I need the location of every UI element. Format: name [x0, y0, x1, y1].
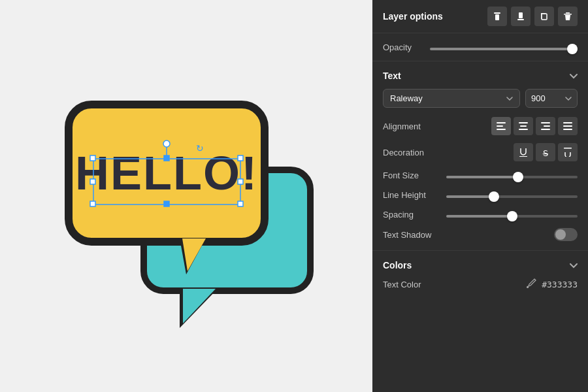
font-size-slider-container [446, 169, 578, 181]
colors-chevron-icon [570, 263, 578, 269]
delete-icon [563, 12, 572, 21]
strikethrough-icon: S̶ [541, 148, 550, 157]
font-size-row: Font Size [383, 169, 578, 181]
line-height-slider-container [446, 189, 578, 201]
svg-rect-9 [519, 12, 523, 18]
chevron-icon [506, 97, 513, 101]
svg-rect-23 [563, 122, 572, 123]
align-center-button[interactable] [514, 117, 533, 135]
opacity-slider[interactable] [430, 48, 578, 50]
text-color-controls: #333333 [526, 278, 578, 291]
font-size-label: Font Size [383, 171, 438, 180]
line-height-row: Line Height [383, 189, 578, 201]
spacing-row: Spacing [383, 208, 578, 220]
rotate-icon: ↻ [196, 143, 204, 154]
line-height-slider[interactable] [446, 195, 578, 198]
text-shadow-label: Text Shadow [383, 230, 435, 240]
speech-bubble-svg: HELLO! ↻ [42, 52, 330, 340]
text-color-row: Text Color #333333 [383, 278, 578, 291]
alignment-label: Alignment [383, 122, 435, 131]
text-section-toggle [570, 71, 578, 81]
layer-options-title: Layer options [383, 11, 443, 22]
align-left-button[interactable] [491, 117, 511, 135]
font-weight-select[interactable]: 900 [525, 89, 578, 108]
underline-button[interactable] [514, 143, 533, 161]
copy-button[interactable] [534, 7, 554, 26]
handle-br [238, 201, 243, 206]
svg-rect-12 [564, 14, 572, 15]
font-weight-label: 900 [531, 93, 546, 103]
svg-rect-18 [520, 125, 527, 127]
svg-rect-17 [519, 122, 528, 123]
opacity-label: Opacity [383, 42, 422, 52]
text-section-header[interactable]: Text [383, 71, 578, 81]
opacity-row: Opacity [372, 33, 588, 61]
align-top-button[interactable] [487, 7, 507, 26]
colors-section-header[interactable]: Colors [383, 260, 578, 270]
decoration-label: Decoration [383, 148, 435, 157]
svg-rect-21 [544, 125, 550, 127]
align-bottom-icon [516, 12, 525, 21]
text-shadow-knob [555, 229, 566, 240]
copy-icon [540, 12, 549, 21]
illustration: HELLO! ↻ [42, 52, 330, 340]
canvas: HELLO! ↻ [0, 0, 372, 392]
font-size-slider[interactable] [446, 176, 578, 178]
handle-tr [238, 155, 243, 161]
align-top-icon [493, 12, 502, 21]
font-weight-chevron [565, 93, 572, 103]
underline-icon [519, 148, 527, 157]
chevron-icon-2 [565, 97, 572, 101]
align-justify-icon [563, 122, 572, 130]
strikethrough-button[interactable]: S̶ [536, 143, 555, 161]
text-shadow-toggle[interactable] [554, 228, 578, 241]
layer-options-header: Layer options [372, 0, 588, 33]
font-row: Raleway 900 [383, 89, 578, 108]
right-panel: Layer options [372, 0, 588, 392]
handle-tc [164, 155, 169, 161]
svg-rect-11 [542, 14, 547, 20]
align-right-button[interactable] [536, 117, 555, 135]
font-family-chevron [506, 93, 513, 103]
font-family-select[interactable]: Raleway [383, 89, 520, 108]
svg-point-29 [527, 286, 529, 288]
colors-section-toggle [570, 260, 578, 270]
svg-rect-19 [519, 129, 528, 130]
alignment-buttons [491, 117, 578, 135]
align-bottom-button[interactable] [511, 7, 531, 26]
decoration-row: Decoration S̶ [383, 143, 578, 161]
svg-rect-24 [563, 125, 572, 127]
svg-rect-10 [517, 19, 524, 20]
overline-icon [564, 148, 572, 157]
spacing-label: Spacing [383, 210, 438, 220]
overline-button[interactable] [558, 143, 578, 161]
svg-text:S̶: S̶ [542, 148, 548, 157]
svg-rect-25 [563, 129, 572, 130]
delete-button[interactable] [558, 7, 578, 26]
font-family-label: Raleway [390, 93, 423, 103]
svg-rect-13 [566, 12, 570, 14]
handle-bc [164, 201, 169, 206]
svg-rect-26 [519, 156, 527, 157]
spacing-slider[interactable] [446, 215, 578, 218]
align-justify-button[interactable] [558, 117, 578, 135]
text-shadow-row: Text Shadow [383, 228, 578, 241]
text-section-title: Text [383, 71, 401, 81]
opacity-slider-container [430, 41, 578, 53]
text-color-label: Text Color [383, 280, 435, 289]
handle-ml [90, 179, 95, 184]
spacing-slider-container [446, 208, 578, 220]
svg-rect-28 [564, 148, 572, 149]
svg-rect-15 [497, 125, 503, 127]
colors-section-title: Colors [383, 260, 412, 270]
svg-rect-16 [497, 129, 506, 130]
text-color-value: #333333 [542, 280, 578, 289]
color-picker-icon[interactable] [526, 278, 536, 291]
svg-rect-7 [494, 12, 500, 14]
text-section: Text Raleway 900 [372, 61, 588, 251]
colors-section: Colors Text Color #333333 [372, 251, 588, 300]
handle-mr [238, 179, 243, 184]
svg-rect-14 [497, 122, 506, 123]
chevron-down-icon [570, 74, 578, 79]
svg-rect-22 [541, 129, 550, 130]
